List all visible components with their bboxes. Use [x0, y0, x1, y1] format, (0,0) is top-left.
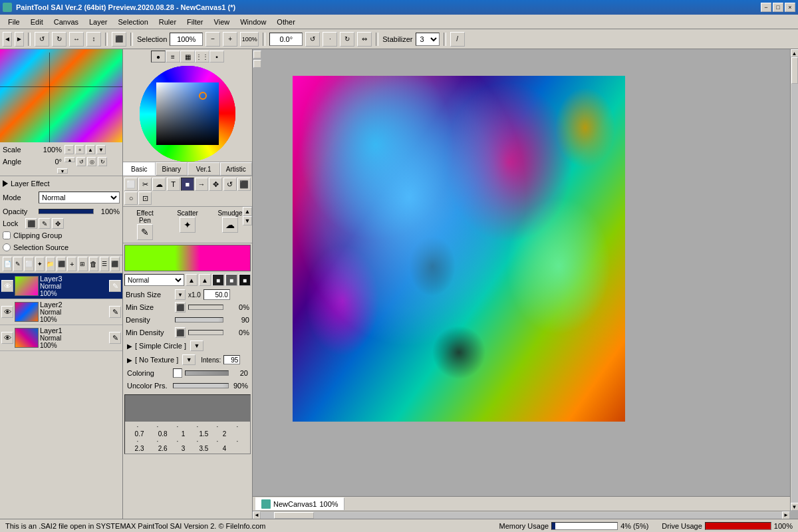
- lock-paint-button[interactable]: ✎: [39, 218, 51, 229]
- coloring-slider[interactable]: [185, 370, 229, 376]
- color-tab-swatches[interactable]: ⋮⋮: [195, 51, 209, 63]
- angle-down-button[interactable]: ▼: [57, 168, 68, 174]
- stabilizer-select[interactable]: 31245: [416, 33, 440, 46]
- layer-mask-button[interactable]: ⬜: [24, 257, 33, 271]
- color-wheel-container[interactable]: [138, 64, 237, 164]
- layer-item[interactable]: 👁 Layer2 Normal 100% ✎: [0, 299, 122, 325]
- new-vector-layer-button[interactable]: ✎: [13, 257, 23, 271]
- coloring-checkbox[interactable]: [173, 368, 182, 378]
- scroll-right-button[interactable]: ►: [782, 511, 790, 519]
- brush-tool-magic[interactable]: ☁: [152, 178, 166, 191]
- effect-panel-scroll-down[interactable]: ▼: [243, 216, 252, 225]
- minimize-button[interactable]: −: [761, 3, 771, 12]
- layer-visibility-toggle[interactable]: 👁: [1, 332, 13, 344]
- angle-cw-button[interactable]: ↻: [340, 32, 354, 47]
- layer-edit-button[interactable]: ✎: [109, 306, 121, 318]
- maximize-button[interactable]: □: [773, 3, 783, 12]
- merge-layer-button[interactable]: ☰: [100, 257, 109, 271]
- color-square-canvas[interactable]: [156, 82, 219, 145]
- brush-tab-artistic[interactable]: Artistic: [220, 162, 253, 176]
- scroll-left-button[interactable]: ◄: [253, 511, 261, 519]
- layer-visibility-toggle[interactable]: 👁: [1, 280, 13, 292]
- menu-file[interactable]: File: [3, 17, 25, 27]
- scroll-up-button[interactable]: ▲: [791, 49, 799, 57]
- menu-selection[interactable]: Selection: [113, 17, 154, 27]
- angle-cw-small-button[interactable]: ↻: [98, 157, 107, 166]
- canvas-nav-up[interactable]: [253, 51, 261, 59]
- nav-back-button[interactable]: ◄: [3, 32, 12, 47]
- zoom-100-button[interactable]: 100%: [240, 32, 259, 47]
- scroll-v-track[interactable]: [791, 57, 798, 503]
- brush-tool-magnify[interactable]: ○: [124, 192, 138, 205]
- new-raster-layer-button[interactable]: 📄: [3, 257, 12, 271]
- tip-triangle-1[interactable]: ▲: [186, 274, 198, 286]
- brush-tab-basic[interactable]: Basic: [123, 162, 156, 176]
- angle-up-button[interactable]: ▲: [65, 157, 75, 162]
- menu-layer[interactable]: Layer: [84, 17, 113, 27]
- canvas-tab[interactable]: NewCanvas1 100%: [255, 497, 344, 510]
- color-tab-wheel[interactable]: ●: [151, 51, 166, 63]
- tip-square-mid[interactable]: ■: [225, 274, 237, 286]
- smudge-icon[interactable]: ☁: [222, 217, 238, 233]
- intensity-value[interactable]: 95: [223, 355, 240, 364]
- canvas-view-button[interactable]: ⬛: [112, 32, 126, 47]
- brush-tool-lasso[interactable]: ✂: [138, 178, 152, 191]
- lock-alpha-button[interactable]: ⬛: [25, 218, 37, 229]
- color-tab-grid[interactable]: ▦: [180, 51, 195, 63]
- scroll-down-button[interactable]: ▼: [791, 503, 799, 511]
- simple-circle-header[interactable]: ▶ [ Simple Circle ] ▼: [126, 339, 249, 352]
- effect-pen-icon[interactable]: ✎: [137, 224, 153, 240]
- simple-circle-dropdown-button[interactable]: ▼: [190, 340, 203, 351]
- layer-item[interactable]: 👁 Layer1 Normal 100% ✎: [0, 325, 122, 351]
- pressure-curve-area[interactable]: · · · · · · 0.7 0.8 1 1.5 2 · ·: [124, 394, 251, 454]
- min-size-slider[interactable]: [188, 305, 223, 310]
- menu-edit[interactable]: Edit: [25, 17, 49, 27]
- scatter-icon[interactable]: ✦: [180, 217, 196, 233]
- angle-ccw-small-button[interactable]: ↺: [76, 157, 86, 166]
- effect-pen-item[interactable]: Effect Pen ✎: [124, 208, 166, 241]
- brush-tool-text[interactable]: T: [167, 178, 180, 191]
- no-texture-dropdown-button[interactable]: ▼: [182, 354, 196, 365]
- brush-tool-fill[interactable]: ■: [181, 178, 194, 191]
- brush-tool-move[interactable]: ✥: [209, 178, 222, 191]
- selection-mask-button[interactable]: ✦: [35, 257, 45, 271]
- scroll-v-thumb[interactable]: [791, 57, 798, 84]
- brush-tool-select2[interactable]: ⊡: [138, 192, 152, 205]
- canvas-scroll-vertical[interactable]: ▲ ▼: [790, 49, 798, 511]
- color-preview-bar[interactable]: [124, 245, 251, 271]
- clipping-group-checkbox[interactable]: [3, 231, 11, 239]
- add-layer-button[interactable]: +: [67, 257, 76, 271]
- scale-minus-button[interactable]: −: [65, 145, 74, 154]
- normal-mode-select[interactable]: Normal Multiply Screen: [124, 274, 184, 286]
- selection-source-radio[interactable]: [3, 243, 11, 251]
- zoom-input[interactable]: 100%: [170, 33, 203, 46]
- no-texture-header[interactable]: ▶ [ No Texture ] ▼ Intens: 95: [126, 353, 249, 366]
- delete-layer-button[interactable]: 🗑: [89, 257, 98, 271]
- menu-view[interactable]: View: [209, 17, 235, 27]
- layer-settings-button[interactable]: ⬛: [57, 257, 66, 271]
- lock-move-button[interactable]: ✥: [52, 218, 64, 229]
- tip-triangle-2[interactable]: ▲: [199, 274, 211, 286]
- color-tab-sliders[interactable]: ≡: [166, 51, 180, 63]
- brush-tab-ver1[interactable]: Ver.1: [188, 162, 220, 176]
- effect-panel-scroll-up[interactable]: ▲: [243, 207, 252, 216]
- menu-window[interactable]: Window: [235, 17, 271, 27]
- layer-move-button[interactable]: ⬛: [110, 257, 120, 271]
- angle-reset-button[interactable]: ·: [323, 32, 337, 47]
- min-density-slider[interactable]: [188, 330, 223, 335]
- angle-ccw-button[interactable]: ↺: [305, 32, 320, 47]
- layer-edit-button[interactable]: ✎: [109, 280, 121, 292]
- brush-size-dropdown-button[interactable]: ▼: [175, 289, 186, 300]
- layer-item[interactable]: 👁 Layer3 Normal 100% ✎: [0, 273, 122, 299]
- menu-filter[interactable]: Filter: [182, 17, 208, 27]
- mirror-button[interactable]: ⇔: [357, 32, 372, 47]
- density-slider[interactable]: [175, 317, 223, 323]
- canvas-scroll-horizontal[interactable]: ◄ ►: [253, 511, 790, 519]
- ruler-tool-button[interactable]: /: [450, 32, 465, 47]
- color-tab-history[interactable]: ▪: [209, 51, 224, 63]
- brush-tool-transform[interactable]: ↺: [223, 178, 237, 191]
- brush-tool-gradient[interactable]: →: [195, 178, 208, 191]
- scroll-h-thumb[interactable]: [274, 512, 314, 519]
- menu-other[interactable]: Other: [271, 17, 301, 27]
- layer-visibility-toggle[interactable]: 👁: [1, 306, 13, 318]
